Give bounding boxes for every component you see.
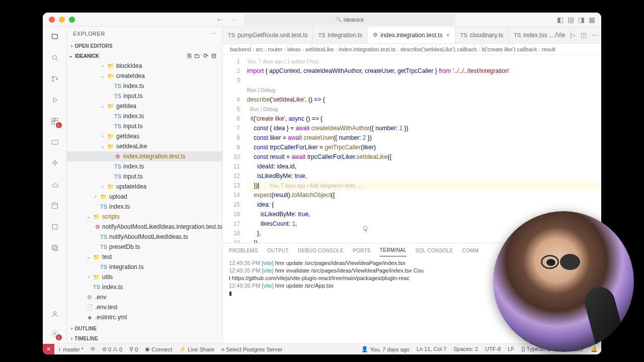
tree-item[interactable]: ⌄📁test bbox=[67, 252, 222, 262]
square-icon[interactable] bbox=[49, 221, 61, 233]
more-icon[interactable]: ⋯ bbox=[211, 31, 217, 37]
command-center[interactable]: ideanick bbox=[244, 14, 455, 25]
tree-item[interactable]: ⌄📁getIdea bbox=[67, 101, 222, 111]
panel-tab[interactable]: SQL CONSOLE bbox=[416, 245, 453, 256]
outline-section[interactable]: ›OUTLINE bbox=[67, 323, 222, 333]
more-icon[interactable]: ⋯ bbox=[592, 31, 598, 39]
editor-tab[interactable]: TSindex.tsx …/Vie bbox=[509, 27, 571, 44]
layout-panel-icon[interactable]: ▤ bbox=[568, 16, 574, 24]
layout-sidebar-icon[interactable]: ◧ bbox=[557, 16, 564, 24]
tree-item[interactable]: ›📁utils bbox=[67, 272, 222, 282]
sync-button[interactable]: ⟳ bbox=[87, 344, 99, 354]
explorer-icon[interactable] bbox=[49, 31, 61, 43]
source-control-icon[interactable] bbox=[49, 73, 61, 85]
breadcrumb-item[interactable]: result bbox=[542, 46, 555, 52]
run-icon[interactable]: ▷ bbox=[571, 31, 576, 39]
tree-item[interactable]: ›📁upload bbox=[67, 192, 222, 202]
tree-item[interactable]: TSinput.ts bbox=[67, 171, 222, 182]
project-section[interactable]: ⌄IDEANICK ⎘ 🗀 ⟳ ⊟ bbox=[67, 51, 222, 61]
editor-tab[interactable]: ⚙index.integration.test.ts× bbox=[368, 27, 455, 44]
breadcrumb-item[interactable]: it('create like') callback bbox=[482, 46, 537, 52]
connect-button[interactable]: ◉ Connect bbox=[141, 344, 176, 354]
tree-item[interactable]: 📄.env.test bbox=[67, 302, 222, 312]
svg-point-3 bbox=[56, 78, 57, 80]
branch-indicator[interactable]: ᚼ master* bbox=[54, 344, 87, 354]
editor-tab[interactable]: TSintegration.ts bbox=[313, 27, 368, 44]
close-tab-icon[interactable]: × bbox=[446, 32, 450, 39]
tree-item[interactable]: TSindex.ts bbox=[67, 161, 222, 171]
tree-item[interactable]: ⌄📁createIdea bbox=[67, 71, 222, 81]
indent-indicator[interactable]: Spaces: 2 bbox=[450, 346, 481, 352]
editor-tab[interactable]: TScloudinary.ts bbox=[455, 27, 509, 44]
tree-item[interactable]: TSinput.ts bbox=[67, 91, 222, 101]
tree-item[interactable]: TSindex.ts bbox=[67, 81, 222, 91]
breadcrumb-item[interactable]: src bbox=[256, 46, 263, 52]
tree-item[interactable]: ⌄📁setIdeaLike bbox=[67, 141, 222, 151]
breadcrumb-item[interactable]: index.integration.test.ts bbox=[339, 46, 395, 52]
new-folder-icon[interactable]: 🗀 bbox=[194, 52, 200, 59]
open-editors-section[interactable]: ›OPEN EDITORS bbox=[67, 41, 222, 51]
panel-tab[interactable]: PORTS bbox=[353, 245, 371, 256]
blame-indicator[interactable]: 👤 You, 7 days ago bbox=[358, 346, 413, 352]
tree-item[interactable]: ›📁getIdeas bbox=[67, 131, 222, 141]
tree-item[interactable]: TSindex.ts bbox=[67, 111, 222, 121]
refresh-icon[interactable]: ⟳ bbox=[203, 52, 208, 59]
stack-icon[interactable] bbox=[49, 242, 61, 254]
editor-tab[interactable]: TSpumpGetRoute.unit.test.ts bbox=[223, 27, 313, 44]
timeline-section[interactable]: ›TIMELINE bbox=[67, 333, 222, 343]
panel-tab[interactable]: TERMINAL bbox=[380, 244, 407, 256]
minimize-icon[interactable] bbox=[59, 17, 65, 23]
collapse-icon[interactable]: ⊟ bbox=[211, 52, 216, 59]
forward-icon[interactable]: → bbox=[230, 15, 238, 24]
tree-item[interactable]: ⌄📁scripts bbox=[67, 212, 222, 222]
layout-right-icon[interactable]: ◨ bbox=[578, 16, 585, 24]
split-icon[interactable]: ◫ bbox=[581, 31, 587, 39]
liveshare-button[interactable]: ⚡ Live Share bbox=[176, 344, 218, 354]
tree-item[interactable]: ⚙notifyAboutMostLikedIdeas.integration.t… bbox=[67, 222, 222, 232]
breadcrumb-item[interactable]: backend bbox=[230, 46, 251, 52]
breadcrumb-item[interactable]: router bbox=[268, 46, 283, 52]
panel-tab[interactable]: PROBLEMS bbox=[229, 245, 258, 256]
postgres-selector[interactable]: ≡ Select Postgres Server bbox=[218, 344, 286, 354]
tree-item[interactable]: TSintegration.ts bbox=[67, 262, 222, 272]
tree-item[interactable]: ⚙.env bbox=[67, 292, 222, 302]
close-icon[interactable] bbox=[49, 17, 55, 23]
maximize-icon[interactable] bbox=[69, 17, 75, 23]
tree-item[interactable]: TSnotifyAboutMostLikedIdeas.ts bbox=[67, 232, 222, 242]
extensions-icon[interactable]: 1 bbox=[49, 115, 61, 127]
back-icon[interactable]: ← bbox=[216, 15, 224, 24]
panel-tab[interactable]: OUTPUT bbox=[267, 245, 289, 256]
tree-item[interactable]: 📄.gitignore bbox=[67, 322, 222, 323]
breadcrumb-item[interactable]: ideas bbox=[287, 46, 300, 52]
problems-indicator[interactable]: ⊘ 0 ⚠ 0 bbox=[99, 344, 126, 354]
database-icon[interactable] bbox=[49, 200, 61, 212]
eol-indicator[interactable]: LF bbox=[504, 346, 518, 352]
tree-item[interactable]: TSindex.ts bbox=[67, 282, 222, 292]
cursor-position[interactable]: Ln 11, Col 7 bbox=[413, 346, 450, 352]
tree-item[interactable]: ›📁updateIdea bbox=[67, 182, 222, 192]
new-file-icon[interactable]: ⎘ bbox=[188, 52, 191, 59]
encoding-indicator[interactable]: UTF-8 bbox=[481, 346, 504, 352]
remote-indicator[interactable]: ✕ bbox=[43, 344, 54, 354]
layout-grid-icon[interactable]: ▦ bbox=[589, 16, 595, 24]
sparkle-icon[interactable] bbox=[49, 157, 61, 169]
panel-tab[interactable]: COMM bbox=[462, 245, 478, 256]
tree-item[interactable]: TSinput.ts bbox=[67, 121, 222, 131]
file-tree[interactable]: ›📁blockIdea⌄📁createIdeaTSindex.tsTSinput… bbox=[67, 61, 222, 323]
account-icon[interactable] bbox=[49, 308, 61, 320]
remote-icon[interactable] bbox=[49, 136, 61, 148]
cloud-icon[interactable] bbox=[49, 178, 61, 191]
search-icon[interactable] bbox=[49, 52, 61, 64]
breadcrumbs[interactable]: backend›src›router›ideas›setIdeaLike›ind… bbox=[223, 44, 601, 55]
settings-icon[interactable]: 1 bbox=[49, 327, 61, 339]
breadcrumb-item[interactable]: describe('setIdeaLike') callback bbox=[400, 46, 477, 52]
tree-item[interactable]: TSpresetDb.ts bbox=[67, 242, 222, 252]
panel-tab[interactable]: DEBUG CONSOLE bbox=[298, 245, 344, 256]
tree-item[interactable]: ›📁blockIdea bbox=[67, 61, 222, 71]
tree-item[interactable]: ◆.eslintrc.yml bbox=[67, 312, 222, 322]
tree-item[interactable]: ⚙index.integration.test.ts bbox=[67, 151, 222, 161]
ports-indicator[interactable]: ⚲ 0 bbox=[126, 344, 141, 354]
breadcrumb-item[interactable]: setIdeaLike bbox=[305, 46, 334, 52]
tree-item[interactable]: TSindex.ts bbox=[67, 202, 222, 212]
debug-icon[interactable] bbox=[49, 94, 61, 106]
